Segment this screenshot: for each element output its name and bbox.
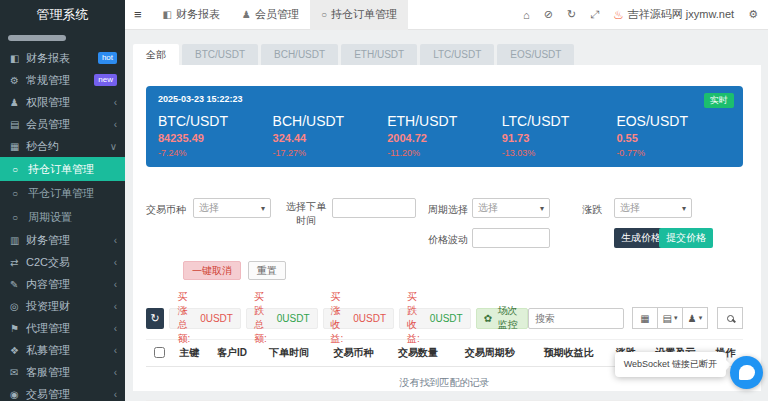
- sidebar-item-private-equity[interactable]: ❖ 私募管理 ‹: [0, 339, 125, 361]
- pair-price: 0.55: [616, 132, 731, 144]
- sidebar-item-investment[interactable]: ◎ 投资理财 ‹: [0, 295, 125, 317]
- websocket-toast: WebSocket 链接已断开: [615, 352, 726, 377]
- sidebar-item-permissions[interactable]: ♟ 权限管理 ‹: [0, 91, 125, 113]
- pair-price: 84235.49: [158, 132, 273, 144]
- navtab-financial-report[interactable]: ◧ 财务报表: [152, 0, 231, 30]
- search-input[interactable]: [528, 308, 624, 329]
- cancel-all-button[interactable]: 一键取消: [183, 261, 241, 280]
- pair-name: LTC/USDT: [502, 113, 617, 129]
- sidebar-item-general-settings[interactable]: ⚙ 常规管理 new: [0, 69, 125, 91]
- person-icon: ♟: [688, 313, 697, 324]
- sidebar-item-label: 私募管理: [26, 343, 114, 358]
- cycle-select[interactable]: 选择 ▾: [472, 198, 550, 218]
- navtab-open-orders[interactable]: ○ 持仓订单管理: [310, 0, 408, 30]
- ticker-timestamp: 2025-03-23 15:22:23: [158, 94, 731, 104]
- sidebar-item-agents[interactable]: ⚑ 代理管理 ‹: [0, 317, 125, 339]
- columns-button[interactable]: ▤ ▾: [657, 307, 683, 329]
- sidebar-item-customer-service[interactable]: ✉ 客服管理 ‹: [0, 361, 125, 383]
- chevron-left-icon: ‹: [114, 235, 117, 246]
- refresh-icon[interactable]: ↻: [567, 8, 576, 21]
- refresh-table-button[interactable]: ↻: [146, 308, 164, 329]
- sidebar-item-finance[interactable]: ▥ 财务管理 ‹: [0, 229, 125, 251]
- pair-change: -0.77%: [616, 148, 731, 158]
- brand-link[interactable]: ♨ 吉祥源码网 jxymw.net: [613, 7, 734, 22]
- diamond-icon: ❖: [10, 345, 26, 356]
- sidebar-item-content[interactable]: ✎ 内容管理 ‹: [0, 273, 125, 295]
- users-icon: ♟: [10, 97, 26, 108]
- tab-bch-usdt[interactable]: BCH/USDT: [261, 44, 338, 65]
- coin-filter-label: 交易币种: [146, 203, 186, 217]
- pair-price: 2004.72: [387, 132, 502, 144]
- chevron-down-icon: ∨: [110, 141, 117, 152]
- fluctuation-input[interactable]: [472, 228, 550, 248]
- sidebar-item-financial-report[interactable]: ◧ 财务报表 hot: [0, 47, 125, 69]
- monitor-button-label: 场次监控: [495, 304, 520, 332]
- flame-icon: ♨: [613, 8, 624, 22]
- sidebar-item-label: 周期设置: [28, 210, 117, 225]
- sidebar-item-c2c[interactable]: ⇄ C2C交易 ‹: [0, 251, 125, 273]
- submit-price-button[interactable]: 提交价格: [659, 228, 713, 248]
- sidebar-item-label: 代理管理: [26, 321, 114, 336]
- export-button[interactable]: ♟ ▾: [682, 307, 708, 329]
- search-button[interactable]: [717, 307, 743, 329]
- tab-eos-usdt[interactable]: EOS/USDT: [497, 44, 574, 65]
- cycle-filter-label: 周期选择: [428, 203, 468, 217]
- person-icon: ♟: [242, 9, 251, 20]
- navtab-label: 会员管理: [255, 7, 299, 22]
- caret-down-icon: ▾: [682, 204, 686, 213]
- sidebar-item-label: 财务管理: [26, 233, 114, 248]
- col-expected-return: 预期收益比: [529, 340, 608, 367]
- columns-icon: ▤: [663, 313, 672, 324]
- gear-icon[interactable]: ⚙: [748, 8, 758, 21]
- sidebar-item-label: C2C交易: [26, 255, 114, 270]
- cycle-select-value: 选择: [478, 201, 498, 215]
- chat-widget-button[interactable]: [730, 356, 763, 389]
- price-ticker-panel: 2025-03-23 15:22:23 实时 BTC/USDT 84235.49…: [146, 86, 743, 167]
- tab-eth-usdt[interactable]: ETH/USDT: [341, 44, 417, 65]
- grid-icon: ▦: [640, 313, 649, 324]
- sidebar-item-closed-orders[interactable]: ○ 平仓订单管理: [0, 181, 125, 205]
- filter-form: 交易币种 选择 ▾ 选择下单时间 周期选择 选择 ▾ 涨跌 选择: [146, 198, 743, 250]
- pair-tabs: 全部 BTC/USDT BCH/USDT ETH/USDT LTC/USDT E…: [133, 44, 761, 65]
- sidebar-item-trade-management[interactable]: ◉ 交易管理 ‹: [0, 383, 125, 401]
- pair-change: -17.27%: [273, 148, 388, 158]
- chevron-left-icon: ‹: [114, 389, 117, 400]
- sidebar-item-seconds-contract[interactable]: ▦ 秒合约 ∨: [0, 135, 125, 157]
- stat-chip-buy-down-total: 买跌总额: 0USDT: [246, 308, 318, 329]
- navtab-members[interactable]: ♟ 会员管理: [231, 0, 310, 30]
- sidebar-item-label: 常规管理: [26, 73, 94, 88]
- sidebar-item-label: 会员管理: [26, 117, 114, 132]
- brand-text: 吉祥源码网 jxymw.net: [628, 7, 734, 22]
- coin-select[interactable]: 选择 ▾: [193, 198, 271, 218]
- stat-label: 买跌收益:: [407, 290, 427, 346]
- tab-all[interactable]: 全部: [133, 44, 179, 65]
- sidebar-item-label: 平仓订单管理: [28, 186, 117, 201]
- sidebar-item-open-orders[interactable]: ○ 持仓订单管理: [0, 157, 125, 181]
- sidebar-item-label: 权限管理: [26, 95, 114, 110]
- tab-btc-usdt[interactable]: BTC/USDT: [182, 44, 258, 65]
- home-icon[interactable]: ⌂: [523, 9, 530, 21]
- select-all-checkbox[interactable]: [154, 347, 165, 358]
- grid-view-button[interactable]: ▦: [632, 307, 658, 329]
- sidebar: 管理系统 ◧ 财务报表 hot ⚙ 常规管理 new ♟ 权限管理 ‹ ▤ 会员…: [0, 0, 125, 401]
- sidebar-item-cycle-settings[interactable]: ○ 周期设置: [0, 205, 125, 229]
- ticker-pair: ETH/USDT 2004.72 -11.20%: [387, 113, 502, 158]
- stat-value: 0USDT: [277, 313, 310, 324]
- hamburger-icon[interactable]: ≡: [134, 7, 142, 22]
- reset-button[interactable]: 重置: [248, 261, 286, 280]
- trash-icon[interactable]: ⊘: [544, 8, 553, 21]
- caret-down-icon: ▾: [699, 314, 703, 322]
- fullscreen-icon[interactable]: ⤢: [590, 8, 599, 21]
- app-window: 管理系统 ◧ 财务报表 hot ⚙ 常规管理 new ♟ 权限管理 ‹ ▤ 会员…: [0, 0, 768, 401]
- pair-change: -11.20%: [387, 148, 502, 158]
- coin-select-value: 选择: [199, 201, 219, 215]
- session-monitor-button[interactable]: ✿ 场次监控: [476, 308, 528, 329]
- main-card: 2025-03-23 15:22:23 实时 BTC/USDT 84235.49…: [133, 65, 761, 391]
- sidebar-item-members[interactable]: ▤ 会员管理 ‹: [0, 113, 125, 135]
- ticker-pair: BTC/USDT 84235.49 -7.24%: [158, 113, 273, 158]
- tab-ltc-usdt[interactable]: LTC/USDT: [420, 44, 494, 65]
- calendar-icon: ▦: [10, 141, 26, 152]
- car-icon: ◧: [10, 53, 26, 64]
- order-time-input[interactable]: [332, 198, 416, 218]
- updown-select[interactable]: 选择 ▾: [614, 198, 692, 218]
